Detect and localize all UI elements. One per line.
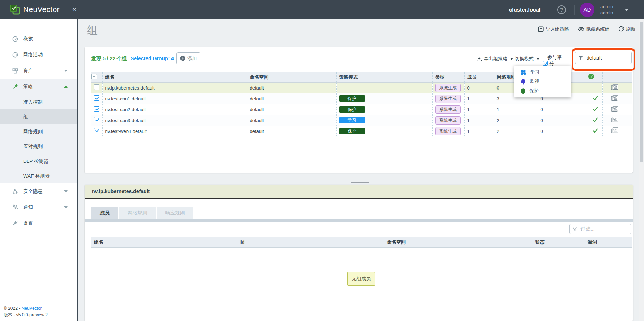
chevron-down-icon (64, 190, 68, 192)
network-rules-count: 2 (494, 126, 538, 136)
switch-mode-button[interactable]: 切换模式 (515, 56, 539, 62)
bell-icon (520, 79, 526, 85)
sidebar-item-settings[interactable]: 设置 (0, 215, 77, 231)
tab-members[interactable]: 成员 (91, 207, 118, 219)
sidebar-item-network-rules[interactable]: 网络规则 (0, 124, 77, 139)
add-group-button[interactable]: 添加 (176, 52, 200, 64)
export-group-policy-button[interactable]: 导出组策略 (477, 56, 513, 62)
type-badge: 系统生成 (435, 127, 461, 135)
newspaper-icon[interactable] (611, 106, 619, 112)
export-label: 导出组策略 (484, 56, 507, 62)
eye-slash-icon (578, 26, 584, 32)
sidebar-item-groups[interactable]: 组 (0, 109, 77, 124)
switch-mode-menu: 学习 监视 保护 (514, 66, 571, 97)
table-row[interactable]: nv.test-con3.default default 学习 系统生成 1 2… (91, 115, 632, 126)
check-icon (593, 128, 598, 133)
column-header-status[interactable]: 状态 (533, 237, 585, 247)
scorable-cell (588, 93, 602, 104)
network-rules-count: 2 (494, 115, 538, 126)
profile-cell[interactable] (602, 126, 627, 136)
hide-system-groups-button[interactable]: 隐藏系统组 (578, 26, 610, 32)
menu-item-monitor[interactable]: 监视 (514, 77, 571, 86)
newspaper-icon[interactable] (611, 84, 619, 90)
column-header-members[interactable]: 成员 (464, 72, 494, 82)
table-row[interactable]: nv.test-con2.default default 保护 系统生成 1 1… (91, 104, 632, 115)
scrollbar-thumb[interactable] (640, 22, 643, 162)
profile-cell[interactable] (602, 93, 627, 104)
sidebar-item-response-rules[interactable]: 应对规则 (0, 139, 77, 154)
sidebar-item-notifications[interactable]: 通知 (0, 199, 77, 215)
sidebar-collapse-button[interactable]: « (72, 5, 76, 13)
neuvector-link[interactable]: NeuVector (22, 306, 42, 311)
column-header-namespace[interactable]: 命名空间 (384, 237, 533, 247)
group-namespace: default (247, 115, 336, 126)
page-scrollbar[interactable] (639, 19, 644, 321)
sidebar-item-overview[interactable]: 概览 (0, 31, 77, 47)
column-header-scorable[interactable] (588, 72, 602, 82)
members-filter[interactable] (569, 224, 631, 234)
column-header-name[interactable]: 组名 (91, 237, 238, 247)
column-header-namespace[interactable]: 命名空间 (247, 72, 336, 82)
refresh-button[interactable]: 刷新 (618, 26, 635, 32)
groups-filter-input[interactable] (586, 55, 628, 61)
user-menu[interactable]: admin admin (600, 4, 613, 16)
import-group-policy-button[interactable]: 导入组策略 (538, 26, 569, 32)
profile-cell[interactable] (602, 82, 627, 93)
profile-cell[interactable] (602, 104, 627, 115)
newspaper-icon[interactable] (611, 95, 619, 101)
funnel-icon (578, 56, 583, 60)
menu-item-learn[interactable]: 学习 (514, 68, 571, 77)
row-checkbox[interactable] (94, 84, 99, 90)
members-filter-input[interactable] (580, 226, 628, 232)
row-checkbox[interactable] (94, 106, 99, 112)
refresh-label: 刷新 (626, 26, 635, 32)
row-checkbox[interactable] (94, 128, 99, 133)
sidebar-item-admission-control[interactable]: 准入控制 (0, 95, 77, 109)
column-header-name[interactable]: 组名 (102, 72, 247, 82)
group-namespace: default (247, 104, 336, 115)
column-header-vulnerabilities[interactable]: 漏洞 (585, 237, 632, 247)
avatar[interactable]: AD (580, 3, 594, 17)
column-header-id[interactable]: id (238, 237, 384, 247)
user-role: admin (600, 4, 613, 10)
select-all-checkbox[interactable] (91, 74, 97, 79)
row-checkbox[interactable] (94, 95, 99, 101)
detail-panel-title: nv.ip.kubernetes.default (85, 185, 633, 199)
switch-mode-label: 切换模式 (515, 56, 534, 62)
cubes-icon (12, 68, 18, 74)
column-header-mode[interactable]: 策略模式 (336, 72, 432, 82)
sidebar-item-dlp-sensors[interactable]: DLP 检测器 (0, 154, 77, 169)
profile-cell[interactable] (602, 115, 627, 126)
group-name: nv.test-con1.default (102, 93, 247, 104)
cluster-name: cluster.local (509, 6, 541, 13)
sidebar-item-waf-sensors[interactable]: WAF 检测器 (0, 169, 77, 183)
user-menu-caret-icon[interactable] (625, 9, 628, 11)
check-icon (593, 107, 598, 111)
newspaper-icon[interactable] (611, 127, 619, 134)
sidebar-item-assets[interactable]: 资产 (0, 63, 77, 79)
rating-checkbox[interactable] (543, 61, 548, 66)
tab-network-rules[interactable]: 网络规则 (119, 207, 156, 219)
group-name: nv.ip.kubernetes.default (102, 82, 247, 93)
mode-badge: 学习 (339, 117, 365, 123)
brand-name: NeuVector (23, 5, 60, 14)
row-checkbox[interactable] (94, 117, 99, 122)
chevron-down-icon (64, 70, 68, 72)
rating-checkbox-group[interactable]: 参与评分 (543, 54, 564, 66)
menu-item-label: 学习 (530, 69, 539, 75)
sidebar-item-policy[interactable]: 策略 (0, 79, 77, 95)
group-detail-panel: nv.ip.kubernetes.default 成员 网络规则 响应规则 组名 (85, 185, 633, 321)
column-header-type[interactable]: 类型 (432, 72, 464, 82)
groups-filter[interactable] (575, 52, 632, 64)
neuvector-logo-icon (9, 4, 21, 16)
help-icon[interactable]: ? (557, 5, 566, 14)
tab-response-rules[interactable]: 响应规则 (157, 207, 193, 219)
menu-item-protect[interactable]: 保护 (514, 86, 571, 96)
sidebar-item-network-activity[interactable]: 网络活动 (0, 47, 77, 63)
sidebar-item-security-risks[interactable]: 安全隐患 (0, 183, 77, 199)
mode-badge: 保护 (339, 95, 365, 102)
newspaper-icon[interactable] (611, 117, 619, 123)
splitter-handle[interactable] (351, 181, 369, 183)
sidebar-label: 策略 (23, 83, 33, 90)
table-row[interactable]: nv.test-web1.default default 保护 系统生成 1 2… (91, 126, 632, 136)
